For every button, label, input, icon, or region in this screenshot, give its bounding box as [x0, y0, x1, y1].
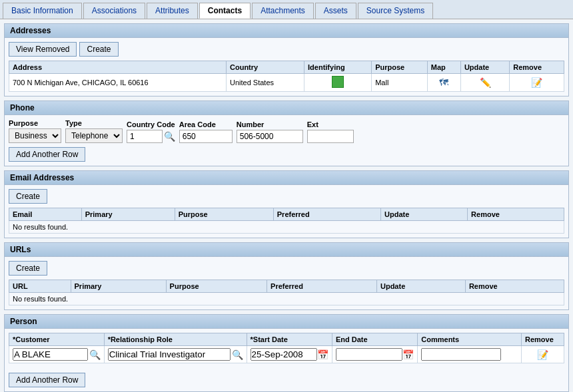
address-remove-button[interactable]: 📝	[529, 77, 544, 89]
email-col-preferred: Preferred	[273, 208, 380, 221]
urls-table: URL Primary Purpose Preferred Update Rem…	[9, 280, 564, 305]
phone-header: Phone	[5, 101, 568, 115]
urls-col-remove: Remove	[465, 280, 564, 293]
remove-cell: 📝	[510, 74, 564, 92]
phone-country-code-label: Country Code	[127, 120, 175, 128]
person-col-end-date: End Date	[332, 333, 417, 346]
person-col-relationship-role: *Relationship Role	[104, 333, 247, 346]
phone-country-code-input-wrapper: 🔍	[127, 130, 175, 143]
person-remove-cell: 📝	[522, 346, 564, 363]
person-remove-button[interactable]: 📝	[535, 349, 550, 361]
person-role-search-icon[interactable]: 🔍	[232, 349, 243, 360]
map-button[interactable]: 🗺	[437, 77, 450, 89]
person-end-date-calendar-icon[interactable]: 📅	[402, 349, 414, 360]
col-map: Map	[427, 61, 460, 74]
email-col-remove: Remove	[468, 208, 564, 221]
person-customer-wrapper: 🔍	[13, 348, 101, 361]
col-identifying: Identifying	[304, 61, 372, 74]
view-removed-button[interactable]: View Removed	[9, 42, 77, 57]
identifying-cell	[304, 74, 372, 92]
urls-no-results-cell: No results found.	[9, 293, 564, 305]
table-row: 700 N Michigan Ave, CHICAGO, IL 60616 Un…	[9, 74, 564, 92]
person-role-wrapper: 🔍	[108, 348, 243, 361]
tab-basic-information[interactable]: Basic Information	[3, 3, 82, 19]
urls-col-purpose: Purpose	[166, 280, 267, 293]
email-col-purpose: Purpose	[175, 208, 273, 221]
phone-number-field: Number	[237, 120, 303, 143]
email-table: Email Primary Purpose Preferred Update R…	[9, 208, 564, 234]
person-customer-input[interactable]	[13, 348, 88, 361]
email-header: Email Addresses	[5, 171, 568, 185]
tab-source-systems[interactable]: Source Systems	[358, 3, 433, 19]
urls-create-button[interactable]: Create	[9, 261, 47, 276]
phone-form: Purpose Business Home Other Type Telepho…	[9, 119, 564, 143]
col-address: Address	[9, 61, 227, 74]
person-table: *Customer *Relationship Role *Start Date…	[9, 333, 564, 363]
person-col-start-date: *Start Date	[247, 333, 332, 346]
urls-section: URLs Create URL Primary Purpose Preferre…	[4, 242, 569, 310]
urls-col-preferred: Preferred	[267, 280, 377, 293]
address-update-button[interactable]: ✏️	[478, 77, 493, 89]
col-remove: Remove	[510, 61, 564, 74]
phone-purpose-label: Purpose	[9, 119, 61, 127]
phone-purpose-select[interactable]: Business Home Other	[9, 128, 61, 143]
phone-type-label: Type	[65, 119, 123, 127]
tabs-bar: Basic Information Associations Attribute…	[0, 0, 573, 19]
urls-col-url: URL	[9, 280, 71, 293]
phone-ext-field: Ext	[307, 120, 354, 143]
person-add-row-button[interactable]: Add Another Row	[9, 373, 85, 387]
person-customer-search-icon[interactable]: 🔍	[89, 349, 101, 360]
tab-attributes[interactable]: Attributes	[147, 3, 198, 19]
phone-purpose-field: Purpose Business Home Other	[9, 119, 61, 143]
urls-col-primary: Primary	[71, 280, 166, 293]
email-create-button[interactable]: Create	[9, 189, 47, 204]
phone-add-row-button[interactable]: Add Another Row	[9, 147, 85, 162]
person-end-date-cell: 📅	[332, 346, 417, 363]
email-btn-row: Create	[9, 189, 564, 204]
person-end-date-input[interactable]	[336, 348, 402, 361]
email-section: Email Addresses Create Email Primary Pur…	[4, 170, 569, 238]
identifying-icon[interactable]	[332, 76, 344, 88]
phone-number-input[interactable]	[237, 130, 303, 143]
urls-body: Create URL Primary Purpose Preferred Upd…	[5, 257, 568, 309]
tab-contacts[interactable]: Contacts	[199, 3, 251, 19]
person-row: 🔍 🔍 📅	[9, 346, 564, 363]
person-start-date-input[interactable]	[251, 348, 317, 361]
person-header: Person	[5, 315, 568, 329]
phone-ext-label: Ext	[307, 120, 354, 128]
tab-assets[interactable]: Assets	[315, 3, 356, 19]
person-end-date-wrapper: 📅	[336, 348, 414, 361]
map-cell: 🗺	[427, 74, 460, 92]
main-content: Addresses View Removed Create Address Co…	[0, 19, 573, 392]
phone-ext-input[interactable]	[307, 130, 354, 143]
email-body: Create Email Primary Purpose Preferred U…	[5, 185, 568, 238]
person-comments-cell	[418, 346, 522, 363]
tab-associations[interactable]: Associations	[83, 3, 145, 19]
phone-type-field: Type Telephone Fax Mobile	[65, 119, 123, 143]
person-start-date-wrapper: 📅	[251, 348, 328, 361]
addresses-create-button[interactable]: Create	[79, 42, 118, 57]
phone-body: Purpose Business Home Other Type Telepho…	[5, 115, 568, 166]
tab-attachments[interactable]: Attachments	[252, 3, 314, 19]
person-role-input[interactable]	[108, 348, 231, 361]
email-col-email: Email	[9, 208, 82, 221]
urls-header: URLs	[5, 243, 568, 257]
country-cell: United States	[227, 74, 304, 92]
phone-section: Phone Purpose Business Home Other Type T…	[4, 100, 569, 166]
phone-country-code-input[interactable]	[127, 130, 163, 143]
email-no-results-row: No results found.	[9, 221, 564, 234]
country-code-search-icon[interactable]: 🔍	[164, 131, 175, 142]
person-body: *Customer *Relationship Role *Start Date…	[5, 329, 568, 391]
update-cell: ✏️	[460, 74, 509, 92]
urls-btn-row: Create	[9, 261, 564, 276]
person-comments-input[interactable]	[421, 348, 501, 361]
phone-area-code-input[interactable]	[179, 130, 233, 143]
purpose-cell: Mall	[372, 74, 428, 92]
person-start-date-calendar-icon[interactable]: 📅	[317, 349, 328, 360]
person-start-date-cell: 📅	[247, 346, 332, 363]
phone-number-label: Number	[237, 120, 303, 128]
person-customer-cell: 🔍	[9, 346, 105, 363]
phone-type-select[interactable]: Telephone Fax Mobile	[65, 128, 123, 143]
addresses-header: Addresses	[5, 24, 568, 38]
col-purpose: Purpose	[372, 61, 428, 74]
